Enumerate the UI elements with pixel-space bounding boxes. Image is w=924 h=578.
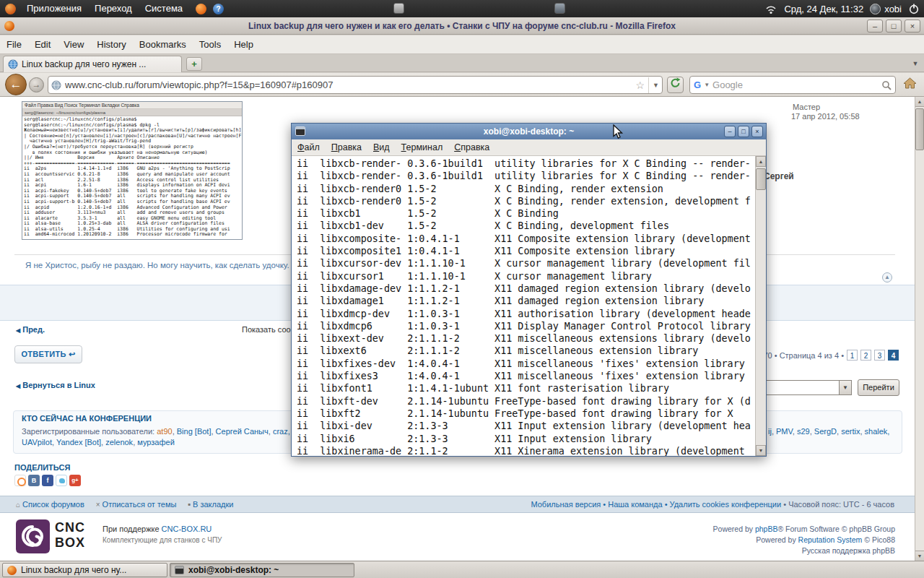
list-all-tabs-icon[interactable]: ▼ bbox=[910, 59, 921, 69]
scrollbar-thumb[interactable] bbox=[915, 108, 924, 150]
board-index-link[interactable]: ⌂Список форумов bbox=[16, 496, 84, 513]
tray-icon[interactable] bbox=[393, 3, 404, 14]
terminal-menu-item[interactable]: Справка bbox=[448, 139, 495, 156]
terminal-menu-item[interactable]: Правка bbox=[326, 139, 367, 156]
user-link[interactable]: Yandex [Bot] bbox=[56, 438, 101, 447]
maximize-button[interactable]: □ bbox=[886, 20, 902, 33]
reputation-link[interactable]: Reputation System bbox=[798, 535, 863, 544]
site-favicon-globe-icon bbox=[51, 80, 61, 90]
firefox-titlebar[interactable]: Linux backup для чего нужен и как его де… bbox=[0, 17, 924, 35]
user-avatar[interactable] bbox=[870, 4, 881, 14]
phpbb-link[interactable]: phpBB bbox=[755, 525, 778, 533]
vk-share-icon[interactable]: В bbox=[28, 475, 40, 486]
terminal-menu-item[interactable]: Терминал bbox=[396, 139, 449, 156]
close-button[interactable]: × bbox=[905, 20, 920, 33]
home-button[interactable] bbox=[901, 77, 918, 93]
terminal-scrollbar[interactable]: ▲ ▼ bbox=[755, 156, 766, 456]
firefox-menu-item[interactable]: Edit bbox=[28, 35, 57, 54]
search-engine-dropdown-icon[interactable]: ▼ bbox=[704, 82, 710, 88]
page-number[interactable]: 1 bbox=[847, 350, 858, 361]
user-link[interactable]: SergD bbox=[814, 427, 837, 436]
user-link[interactable]: sertix bbox=[841, 427, 860, 436]
user-link[interactable]: zelenok bbox=[105, 438, 133, 447]
firefox-menu-item[interactable]: Help bbox=[227, 35, 260, 54]
firefox-menu-item[interactable]: Tools bbox=[193, 35, 227, 54]
scrollbar-thumb[interactable] bbox=[756, 168, 766, 190]
minimize-button[interactable]: – bbox=[724, 126, 736, 137]
russian-support-link[interactable]: Русская поддержка phpBB bbox=[802, 546, 895, 555]
google-logo-icon[interactable]: G bbox=[694, 79, 701, 90]
tray-icon[interactable] bbox=[554, 3, 565, 14]
page-number[interactable]: 2 bbox=[860, 350, 871, 361]
network-signal-icon[interactable] bbox=[764, 4, 777, 14]
user-link[interactable]: shalek, bbox=[865, 427, 890, 436]
terminal-menu-item[interactable]: Файл bbox=[292, 139, 326, 156]
scroll-down-icon[interactable]: ▼ bbox=[756, 445, 766, 456]
terminal-line: ii libxdamage1 1:1.1.2-1 X11 damaged reg… bbox=[297, 295, 755, 307]
firefox-menu-item[interactable]: Bookmarks bbox=[133, 35, 193, 54]
browser-tab[interactable]: Linux backup для чего нужен ... bbox=[3, 56, 182, 72]
maximize-button[interactable]: □ bbox=[738, 126, 749, 137]
user-link[interactable]: Сергей Саныч bbox=[216, 427, 269, 436]
reload-button[interactable] bbox=[667, 77, 684, 93]
minimize-button[interactable]: – bbox=[867, 20, 883, 33]
select-dropdown-icon[interactable]: ▼ bbox=[839, 381, 851, 394]
firefox-menu-item[interactable]: View bbox=[57, 35, 90, 54]
user-link[interactable]: ij bbox=[768, 427, 772, 436]
previous-link[interactable]: ◀ Пред. bbox=[16, 325, 45, 334]
distro-menu-icon[interactable] bbox=[5, 4, 16, 14]
user-link[interactable]: Bing [Bot] bbox=[177, 427, 212, 436]
panel-menu-item[interactable]: Переход bbox=[88, 0, 139, 17]
page-scrollbar[interactable]: ▲ ▼ bbox=[915, 97, 924, 561]
cnc-box-logo[interactable] bbox=[16, 519, 50, 553]
sponsor-link[interactable]: CNC-BOX.RU bbox=[162, 525, 212, 533]
search-input[interactable] bbox=[712, 79, 879, 90]
help-launcher-icon[interactable]: ? bbox=[213, 4, 224, 14]
taskbar-item-firefox[interactable]: Linux backup для чего ну... bbox=[2, 563, 167, 577]
username[interactable]: xobi bbox=[884, 4, 902, 14]
user-link[interactable]: UAVpilot bbox=[22, 438, 52, 447]
screenshot-line: ii acpi-fakekey 0.140-5+deb7 i386 tool t… bbox=[24, 189, 242, 194]
scroll-up-icon[interactable]: ▲ bbox=[756, 156, 766, 167]
reply-button[interactable]: ОТВЕТИТЬ ↩ bbox=[14, 345, 82, 363]
panel-menu-item[interactable]: Система bbox=[139, 0, 189, 17]
new-tab-button[interactable]: + bbox=[186, 57, 202, 71]
bookmark-star-icon[interactable]: ☆ bbox=[636, 80, 645, 90]
user-link[interactable]: PMV bbox=[776, 427, 793, 436]
odnoklassniki-share-icon[interactable] bbox=[14, 475, 26, 486]
firefox-menu-item[interactable]: File bbox=[0, 35, 28, 54]
post-author[interactable]: Сергей bbox=[764, 171, 794, 181]
googleplus-share-icon[interactable]: g+ bbox=[69, 475, 81, 486]
back-button[interactable]: ← bbox=[5, 74, 27, 95]
clock[interactable]: Срд, 24 Дек, 11:32 bbox=[784, 4, 863, 14]
user-link[interactable]: s29 bbox=[797, 427, 810, 436]
forward-button[interactable]: → bbox=[29, 77, 44, 92]
user-link[interactable]: craz, bbox=[273, 427, 290, 436]
user-link[interactable]: мурзафей bbox=[137, 438, 175, 447]
terminal-output[interactable]: ii libxcb-render- 0.3.6-1build1 utility … bbox=[292, 156, 766, 456]
scroll-up-icon[interactable]: ▲ bbox=[915, 97, 924, 107]
go-button[interactable]: Перейти bbox=[858, 379, 899, 396]
power-icon[interactable] bbox=[908, 3, 920, 14]
user-link[interactable]: at90 bbox=[157, 427, 172, 436]
firefox-menu-item[interactable]: History bbox=[90, 35, 132, 54]
return-to-forum-link[interactable]: ◀ Вернуться в Linux bbox=[16, 381, 95, 389]
url-dropdown-icon[interactable]: ▼ bbox=[648, 77, 659, 93]
page-number[interactable]: 3 bbox=[874, 350, 885, 361]
facebook-share-icon[interactable]: f bbox=[42, 475, 53, 486]
panel-menu-item[interactable]: Приложения bbox=[20, 0, 88, 17]
taskbar-item-terminal[interactable]: xobi@xobi-desktop: ~ bbox=[170, 563, 354, 577]
terminal-menu-item[interactable]: Вид bbox=[367, 139, 396, 156]
unsubscribe-link[interactable]: ×Отписаться от темы bbox=[96, 496, 177, 513]
twitter-share-icon[interactable] bbox=[56, 475, 67, 486]
page-number[interactable]: 4 bbox=[888, 350, 899, 361]
close-button[interactable]: × bbox=[751, 126, 763, 137]
terminal-titlebar[interactable]: xobi@xobi-desktop: ~ – □ × bbox=[292, 124, 766, 139]
bookmark-link[interactable]: ■В закладки bbox=[188, 496, 233, 513]
scroll-down-icon[interactable]: ▼ bbox=[915, 551, 924, 561]
back-to-top-icon[interactable]: ▲ bbox=[882, 272, 892, 282]
url-input[interactable] bbox=[65, 79, 632, 90]
magnifier-icon[interactable] bbox=[881, 80, 892, 90]
browser-launcher-icon[interactable] bbox=[196, 4, 206, 14]
footer-links[interactable]: Мобильная версия • Наша команда • Удалит… bbox=[531, 500, 781, 509]
